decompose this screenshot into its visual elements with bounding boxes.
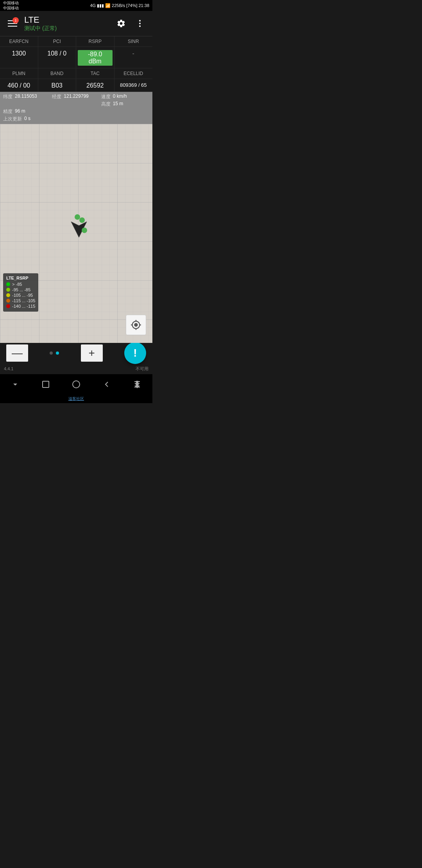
gps-lon: 经度 121.229799	[52, 93, 100, 108]
sinr-value-cell: -	[114, 47, 153, 68]
alert-icon: !	[133, 347, 137, 359]
rsrp-label-cell: RSRP	[76, 36, 114, 47]
gps-lat: 纬度 28.115053	[3, 93, 51, 108]
legend-item-4: -140 ... -115	[6, 304, 35, 308]
gps-speed: 速度 0 km/h	[101, 93, 149, 100]
more-vert-icon	[135, 19, 145, 28]
svg-point-10	[73, 381, 80, 388]
legend-title: LTE_RSRP	[6, 276, 35, 280]
nav-down-button[interactable]	[4, 374, 27, 395]
legend-label-1: -95 ... -85	[12, 287, 30, 292]
nav-down-icon	[11, 380, 20, 389]
legend-item-1: -95 ... -85	[6, 287, 35, 292]
version-text: 4.4.1	[4, 366, 13, 371]
rsrp-value: -89.0 dBm	[78, 50, 113, 66]
gps-lon-value: 121.229799	[64, 93, 88, 108]
gps-lat-label: 纬度	[3, 93, 13, 108]
gps-update-value: 0 s	[24, 116, 30, 122]
sinr-value: -	[116, 50, 151, 57]
pci-value: 108 / 0	[40, 50, 75, 57]
nav-download-button[interactable]	[125, 374, 149, 395]
nav-bar	[0, 374, 152, 395]
location-marker	[67, 210, 91, 243]
legend-item-3: -115 ... -105	[6, 298, 35, 303]
community-link[interactable]: 溢客社区	[0, 395, 152, 403]
svg-point-0	[139, 20, 141, 22]
band-value: B03	[40, 82, 75, 89]
gps-acc-value: 96 m	[15, 108, 25, 115]
status-text: 不可用	[136, 366, 148, 372]
info-labels-row1: EARFCN PCI RSRP SINR	[0, 36, 152, 47]
svg-point-2	[139, 25, 141, 27]
app-bar-actions	[113, 16, 148, 31]
earfcn-label: EARFCN	[2, 39, 36, 44]
svg-point-8	[82, 228, 87, 233]
plmn-label: PLMN	[2, 71, 36, 76]
app-title: LTE	[24, 15, 109, 25]
ecellid-label: ECellID	[116, 71, 151, 76]
carrier-info: 中国移动 中国移动	[3, 0, 19, 11]
legend: LTE_RSRP > -85 -95 ... -85 -105 ... -95 …	[3, 273, 38, 312]
status-icons: 4G ▮▮▮ 📶 225B/s [74%] 21:38	[90, 3, 149, 8]
map-area[interactable]: LTE_RSRP > -85 -95 ... -85 -105 ... -95 …	[0, 124, 152, 343]
status-bar: 中国移动 中国移动 4G ▮▮▮ 📶 225B/s [74%] 21:38	[0, 0, 152, 11]
marker-svg	[67, 210, 91, 241]
nav-home-button[interactable]	[64, 374, 88, 395]
gps-speed-value: 0 km/h	[113, 93, 127, 100]
gps-update-label: 上次更新	[3, 116, 22, 122]
menu-button[interactable]: 1	[5, 16, 20, 31]
gps-update: 上次更新 0 s	[3, 116, 51, 122]
nav-recent-button[interactable]	[34, 374, 57, 395]
nav-home-icon	[72, 380, 81, 389]
gps-alt-label: 高度	[101, 101, 111, 108]
pci-value-cell: 108 / 0	[38, 47, 77, 68]
info-values-row2: 460 / 00 B03 26592 809369 / 65	[0, 79, 152, 92]
band-label-cell: Band	[38, 68, 77, 79]
legend-item-2: -105 ... -95	[6, 293, 35, 298]
locate-button[interactable]	[126, 315, 146, 335]
settings-button[interactable]	[113, 16, 129, 31]
band-label: Band	[40, 71, 75, 76]
ecellid-label-cell: ECellID	[114, 68, 153, 79]
legend-label-4: -140 ... -115	[12, 304, 35, 308]
info-labels-row2: PLMN Band TAC ECellID	[0, 68, 152, 79]
app-bar: 1 LTE 测试中 (正常)	[0, 11, 152, 36]
signal-bars: ▮▮▮	[97, 3, 104, 8]
legend-dot-3	[6, 299, 10, 303]
legend-dot-4	[6, 304, 10, 308]
nav-back-icon	[102, 380, 111, 389]
gps-acc: 精度 96 m	[3, 108, 51, 115]
app-subtitle: 测试中 (正常)	[24, 25, 109, 32]
zoom-out-button[interactable]: —	[6, 344, 28, 362]
gps-speed-label: 速度	[101, 93, 111, 100]
zoom-in-button[interactable]: +	[81, 344, 103, 362]
gps-alt: 高度 15 m	[101, 101, 149, 108]
signal-icon: 4G	[90, 3, 96, 8]
wifi-icon: 📶	[105, 3, 111, 8]
nav-download-icon	[132, 380, 142, 389]
nav-back-button[interactable]	[95, 374, 118, 395]
tac-value: 26592	[78, 82, 113, 89]
legend-label-2: -105 ... -95	[12, 293, 33, 298]
gps-lon-label: 经度	[52, 93, 61, 108]
legend-label-0: > -85	[12, 282, 22, 287]
sinr-label: SINR	[116, 39, 151, 44]
tac-label: TAC	[78, 71, 113, 76]
more-button[interactable]	[132, 16, 148, 31]
bottom-toolbar: — + !	[0, 343, 152, 363]
battery-icon: [74%]	[126, 3, 137, 8]
svg-point-7	[79, 217, 85, 223]
svg-point-1	[139, 23, 141, 24]
ecellid-value: 809369 / 65	[116, 82, 151, 88]
rsrp-label: RSRP	[78, 39, 113, 44]
svg-rect-9	[43, 381, 49, 387]
notification-badge: 1	[13, 17, 19, 23]
ecellid-value-cell: 809369 / 65	[114, 79, 153, 91]
plmn-value: 460 / 00	[2, 82, 36, 89]
legend-item-0: > -85	[6, 282, 35, 287]
tac-label-cell: TAC	[76, 68, 114, 79]
rsrp-value-cell: -89.0 dBm	[76, 47, 114, 68]
alert-fab-button[interactable]: !	[124, 342, 146, 364]
app-title-block: LTE 测试中 (正常)	[24, 15, 109, 32]
gps-bar: 纬度 28.115053 经度 121.229799 速度 0 km/h 高度 …	[0, 92, 152, 124]
